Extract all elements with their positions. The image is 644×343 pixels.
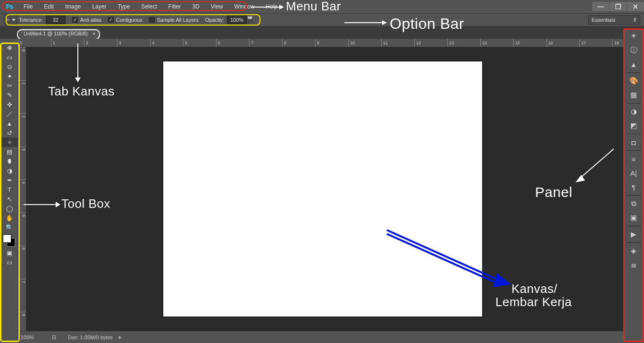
- gradient-tool[interactable]: ▤: [1, 147, 17, 156]
- ruler-tick: 15: [513, 39, 546, 47]
- crop-tool[interactable]: ✂: [1, 81, 17, 90]
- type-tool[interactable]: T: [1, 185, 17, 194]
- menu-type[interactable]: Type: [112, 0, 135, 13]
- pen-tool[interactable]: ✒: [1, 175, 17, 185]
- tolerance-input[interactable]: [46, 16, 66, 24]
- clone-panel-icon[interactable]: ⧉: [625, 197, 643, 211]
- hand-tool[interactable]: ✋: [1, 213, 17, 223]
- blur-tool[interactable]: ⬮: [1, 156, 17, 166]
- ruler-tick: 7: [249, 39, 282, 47]
- shape-tool[interactable]: ◯: [1, 204, 17, 213]
- swatches-panel-icon[interactable]: ▦: [625, 88, 643, 102]
- ruler-tick: 8: [18, 312, 26, 331]
- masks-panel-icon[interactable]: ◘: [625, 135, 643, 149]
- panel-separator: [627, 150, 641, 151]
- ruler-tick: 5: [18, 213, 26, 246]
- adjustments-panel-icon[interactable]: ◩: [625, 119, 643, 133]
- menu-select[interactable]: Select: [135, 0, 162, 13]
- vertical-ruler[interactable]: 012345678: [18, 47, 26, 331]
- chevron-down-icon: [12, 19, 16, 21]
- ruler-tick: 3: [18, 146, 26, 180]
- option-bar: ✧ Tolerance: Anti-alias Contiguous Sampl…: [0, 13, 644, 26]
- layers-panel-icon[interactable]: ◈: [625, 244, 643, 258]
- marquee-tool[interactable]: ▭: [1, 52, 17, 62]
- canvas-viewport[interactable]: [26, 47, 623, 331]
- ruler-tick: 2: [84, 39, 117, 47]
- history-brush-tool[interactable]: ↺: [1, 128, 17, 137]
- screen-mode-icon[interactable]: ▭: [1, 257, 17, 267]
- menu-view[interactable]: View: [205, 0, 229, 13]
- channels-panel-icon[interactable]: ≣: [625, 258, 643, 272]
- tool-box: ✥▭⊙✦✂✎✜／▲↺✧▤⬮◑✒T↖◯✋🔍▣▭: [1, 43, 18, 341]
- ruler-tick: 13: [447, 39, 480, 47]
- dodge-tool[interactable]: ◑: [1, 166, 17, 175]
- stamp-tool[interactable]: ▲: [1, 119, 17, 128]
- window-controls: — ❐ ✕: [592, 2, 644, 11]
- ruler-tick: 0: [18, 39, 51, 47]
- lasso-tool[interactable]: ⊙: [1, 62, 17, 71]
- navigator-panel-icon[interactable]: ✴: [625, 29, 643, 43]
- panel-separator: [627, 72, 641, 73]
- tolerance-label: Tolerance:: [19, 17, 43, 23]
- quick-mask-icon[interactable]: ▣: [1, 248, 17, 257]
- navigator2-panel-icon[interactable]: ▣: [625, 211, 643, 225]
- fg-color-swatch[interactable]: [3, 234, 11, 243]
- status-zoom[interactable]: 100%: [21, 334, 49, 340]
- menu-3d[interactable]: 3D: [186, 0, 205, 13]
- document-tab[interactable]: Untitled-1 @ 100% (RGB/8) ×: [19, 28, 100, 39]
- healing-tool[interactable]: ✜: [1, 100, 17, 109]
- menu-image[interactable]: Image: [59, 0, 86, 13]
- chevron-updown-icon: ⇕: [633, 17, 637, 23]
- close-button[interactable]: ✕: [627, 2, 644, 11]
- horizontal-ruler[interactable]: 0123456789101112131415161718192021222324: [18, 39, 623, 47]
- status-ruler-icon[interactable]: ⊡: [49, 334, 59, 340]
- magic-wand-tool[interactable]: ✧: [1, 137, 17, 147]
- brush-panel-icon[interactable]: ≡: [625, 152, 643, 166]
- zoom-tool[interactable]: 🔍: [1, 223, 17, 232]
- workspace-selector[interactable]: Essentials ⇕: [588, 15, 640, 25]
- ruler-tick: 5: [183, 39, 216, 47]
- canvas[interactable]: [163, 61, 482, 317]
- eyedropper-tool[interactable]: ✎: [1, 90, 17, 100]
- character-panel-icon[interactable]: A|: [625, 166, 643, 180]
- menu-edit[interactable]: Edit: [38, 0, 59, 13]
- chevron-down-icon[interactable]: [248, 17, 252, 23]
- ruler-tick: 6: [18, 246, 26, 279]
- maximize-button[interactable]: ❐: [610, 2, 627, 11]
- app-logo-icon: Ps: [3, 2, 16, 11]
- quick-select-tool[interactable]: ✦: [1, 71, 17, 81]
- color-panel-icon[interactable]: 🎨: [625, 74, 643, 88]
- sample-all-layers-checkbox[interactable]: [149, 17, 155, 23]
- ruler-tick: 14: [480, 39, 513, 47]
- histogram-panel-icon[interactable]: ▲: [625, 57, 643, 71]
- ruler-tick: 1: [51, 39, 84, 47]
- status-dropdown-icon[interactable]: ▸: [116, 334, 125, 340]
- menu-file[interactable]: File: [18, 0, 38, 13]
- animation-panel-icon[interactable]: ▶: [625, 227, 643, 241]
- brush-tool[interactable]: ／: [1, 109, 17, 119]
- path-select-tool[interactable]: ↖: [1, 194, 17, 204]
- menu-filter[interactable]: Filter: [163, 0, 187, 13]
- ruler-tick: 4: [150, 39, 183, 47]
- sample-all-layers-label: Sample All Layers: [157, 17, 199, 23]
- antialias-label: Anti-alias: [80, 17, 101, 23]
- menu-layer[interactable]: Layer: [86, 0, 112, 13]
- ruler-tick: 12: [414, 39, 447, 47]
- ruler-tick: 3: [117, 39, 150, 47]
- active-tool-icon[interactable]: ✧: [4, 15, 17, 25]
- styles-panel-icon[interactable]: ◑: [625, 104, 643, 119]
- contiguous-label: Contiguous: [116, 17, 142, 23]
- panel-separator: [627, 195, 641, 196]
- move-tool[interactable]: ✥: [1, 43, 17, 52]
- paragraph-panel-icon[interactable]: ¶: [625, 180, 643, 194]
- antialias-checkbox[interactable]: [72, 17, 78, 23]
- ruler-tick: 11: [381, 39, 414, 47]
- contiguous-checkbox[interactable]: [108, 17, 114, 23]
- minimize-button[interactable]: —: [592, 2, 609, 11]
- color-swatches[interactable]: [1, 234, 17, 248]
- menu-help[interactable]: Help: [260, 0, 283, 13]
- menu-window[interactable]: Window: [229, 0, 260, 13]
- opacity-input[interactable]: [227, 16, 247, 24]
- info-panel-icon[interactable]: ⓘ: [625, 43, 643, 57]
- tab-close-icon[interactable]: ×: [92, 31, 95, 36]
